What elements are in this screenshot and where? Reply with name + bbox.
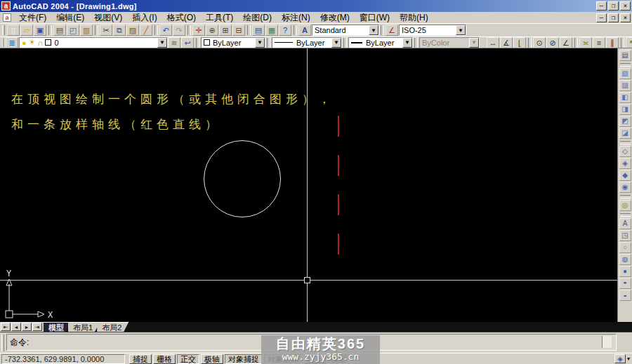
right-view-icon[interactable]: ◨ — [619, 104, 631, 115]
open-folder-icon[interactable]: ▱ — [20, 25, 33, 36]
quick-dimension-icon[interactable]: ≍ — [579, 37, 592, 48]
menu-dimension[interactable]: 标注(N) — [277, 11, 315, 25]
chevron-down-icon[interactable]: ▼ — [331, 38, 341, 48]
sw-isometric-icon[interactable]: ◇ — [619, 146, 631, 157]
chevron-down-icon[interactable]: ▼ — [157, 38, 167, 48]
redo-icon[interactable]: ↷ — [173, 25, 185, 36]
tab-model[interactable]: 模型 — [44, 322, 71, 332]
front-view-icon[interactable]: ◩ — [619, 116, 631, 127]
layer-previous-icon[interactable]: ↩ — [181, 37, 194, 48]
layer-color-swatch[interactable] — [45, 39, 51, 46]
restore-button[interactable]: ❐ — [608, 1, 619, 11]
command-window-grip[interactable] — [1, 335, 4, 351]
menu-file[interactable]: 文件(F) — [14, 11, 51, 25]
menu-help[interactable]: 帮助(H) — [395, 11, 433, 25]
ortho-toggle[interactable]: 正交 — [177, 354, 199, 364]
shaded-edges-icon[interactable]: ◒ — [619, 290, 631, 301]
menu-window[interactable]: 窗口(W) — [355, 11, 395, 25]
polar-toggle[interactable]: 极轴 — [201, 354, 223, 364]
drawn-circle[interactable] — [204, 140, 281, 217]
save-icon[interactable]: ▣ — [34, 25, 46, 36]
named-views-icon[interactable]: ▤ — [619, 50, 631, 61]
copy-icon[interactable]: ⧉ — [113, 25, 126, 36]
tab-last-button[interactable]: ⇥ — [32, 323, 42, 331]
plot-icon[interactable]: ▤ — [53, 25, 66, 36]
ne-isometric-icon[interactable]: ◆ — [619, 170, 631, 181]
chevron-down-icon[interactable]: ▼ — [255, 38, 265, 48]
tab-first-button[interactable]: ⇤ — [1, 323, 11, 331]
dim-style-icon[interactable]: ∠ — [386, 25, 398, 36]
layer-freeze-icon[interactable]: ☀ — [29, 38, 36, 47]
zoom-realtime-icon[interactable]: ⊕ — [206, 25, 218, 36]
bottom-view-icon[interactable]: ▨ — [619, 80, 631, 91]
grid-toggle[interactable]: 栅格 — [153, 354, 176, 364]
layer-combo[interactable]: ● ☀ ∩ 0 ▼ — [19, 37, 168, 48]
toolbar-grip[interactable] — [2, 39, 4, 47]
plot-preview-icon[interactable]: ◰ — [67, 25, 79, 36]
tab-layout2[interactable]: 布局2 — [97, 322, 129, 332]
status-tray-chevron-icon[interactable]: ▾ — [627, 356, 630, 362]
continue-dimension-icon[interactable]: ∥ — [606, 37, 619, 48]
baseline-dimension-icon[interactable]: ≡ — [593, 37, 605, 48]
pan-icon[interactable]: ✛ — [192, 25, 205, 36]
menu-draw[interactable]: 绘图(D) — [238, 11, 277, 25]
help-icon[interactable]: ? — [279, 25, 291, 36]
radius-dimension-icon[interactable]: ⊙ — [533, 37, 546, 48]
doc-close-button[interactable]: × — [620, 13, 631, 22]
menu-tools[interactable]: 工具(T) — [201, 11, 238, 25]
gouraud-shaded-icon[interactable]: ◓ — [619, 278, 631, 289]
paste-icon[interactable]: ▨ — [126, 25, 139, 36]
layers-manager-icon[interactable]: ≣ — [6, 37, 18, 48]
zoom-window-icon[interactable]: ⊞ — [219, 25, 232, 36]
command-scrollbar[interactable] — [602, 336, 612, 348]
layer-on-icon[interactable]: ● — [22, 39, 27, 47]
cut-icon[interactable]: ✂ — [100, 25, 112, 36]
minimize-button[interactable]: – — [596, 1, 607, 11]
text-style-dialog-icon[interactable]: A — [619, 218, 631, 229]
tab-prev-button[interactable]: ◂ — [11, 323, 21, 331]
chevron-down-icon[interactable]: ▼ — [456, 25, 466, 35]
communication-center-icon[interactable]: ◈ — [614, 354, 626, 363]
doc-restore-button[interactable]: ❐ — [608, 13, 619, 22]
lineweight-control-combo[interactable]: ByLayer ▼ — [348, 37, 413, 48]
se-isometric-icon[interactable]: ◈ — [619, 158, 631, 169]
drawing-area[interactable]: 在顶视图绘制一个圆形（或其他闭合图形）， 和一条放样轴线（红色直线） Y X ▤… — [0, 48, 632, 322]
model-space-canvas[interactable]: 在顶视图绘制一个圆形（或其他闭合图形）， 和一条放样轴线（红色直线） Y X — [0, 48, 617, 322]
aligned-dimension-icon[interactable]: ∡ — [500, 37, 513, 48]
chevron-down-icon[interactable]: ▼ — [402, 38, 412, 48]
menu-view[interactable]: 视图(V) — [89, 11, 127, 25]
chevron-down-icon[interactable]: ▼ — [369, 25, 378, 35]
color-control-combo[interactable]: ByLayer ▼ — [201, 37, 265, 48]
close-button[interactable]: × — [620, 1, 631, 11]
toolbar-grip[interactable] — [2, 25, 5, 35]
menu-format[interactable]: 格式(O) — [162, 11, 201, 25]
designcenter-icon[interactable]: ▦ — [265, 25, 278, 36]
left-view-icon[interactable]: ◧ — [619, 92, 631, 103]
dim-style-combo[interactable]: ISO-25 ▼ — [399, 25, 466, 36]
flat-shaded-icon[interactable]: ● — [619, 266, 631, 277]
publish-icon[interactable]: ▥ — [80, 25, 93, 36]
zoom-previous-icon[interactable]: ⊟ — [232, 25, 245, 36]
linear-dimension-icon[interactable]: ↔ — [487, 37, 499, 48]
tab-next-button[interactable]: ▸ — [22, 323, 32, 331]
diameter-dimension-icon[interactable]: ⊘ — [546, 37, 559, 48]
layer-lock-icon[interactable]: ∩ — [38, 39, 44, 47]
text-style-icon[interactable]: A — [298, 25, 311, 36]
doc-minimize-button[interactable]: – — [596, 13, 607, 22]
loft-axis-red-dashed-line[interactable] — [338, 116, 339, 255]
camera-icon[interactable]: ◎ — [619, 200, 631, 211]
top-view-icon[interactable]: ▧ — [619, 68, 631, 79]
tab-layout1[interactable]: 布局1 — [68, 322, 100, 332]
linetype-control-combo[interactable]: ByLayer ▼ — [272, 37, 342, 48]
snap-toggle[interactable]: 捕捉 — [129, 354, 152, 364]
back-view-icon[interactable]: ◪ — [619, 128, 631, 139]
render-icon[interactable]: ◳ — [619, 230, 631, 241]
match-properties-icon[interactable]: ╱ — [140, 25, 152, 36]
ordinate-dimension-icon[interactable]: ⌊ — [513, 37, 526, 48]
text-style-combo[interactable]: Standard ▼ — [312, 25, 379, 36]
nw-isometric-icon[interactable]: ◉ — [619, 182, 631, 193]
menu-insert[interactable]: 插入(I) — [127, 11, 162, 25]
osnap-toggle[interactable]: 对象捕捉 — [225, 354, 263, 364]
menu-modify[interactable]: 修改(M) — [315, 11, 355, 25]
angular-dimension-icon[interactable]: ∠ — [560, 37, 572, 48]
